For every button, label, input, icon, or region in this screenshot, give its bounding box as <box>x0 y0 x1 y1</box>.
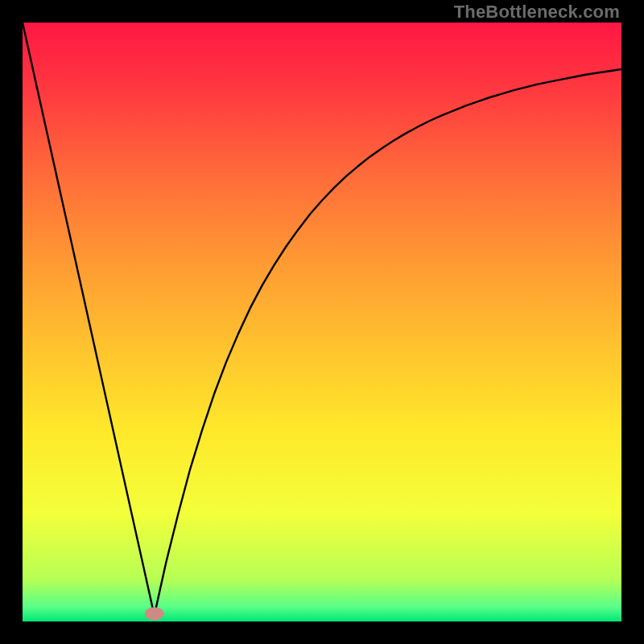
watermark-text: TheBottleneck.com <box>454 2 620 23</box>
minimum-marker <box>145 607 164 620</box>
gradient-background <box>23 23 621 621</box>
chart-frame <box>23 23 621 621</box>
bottleneck-chart <box>23 23 621 621</box>
